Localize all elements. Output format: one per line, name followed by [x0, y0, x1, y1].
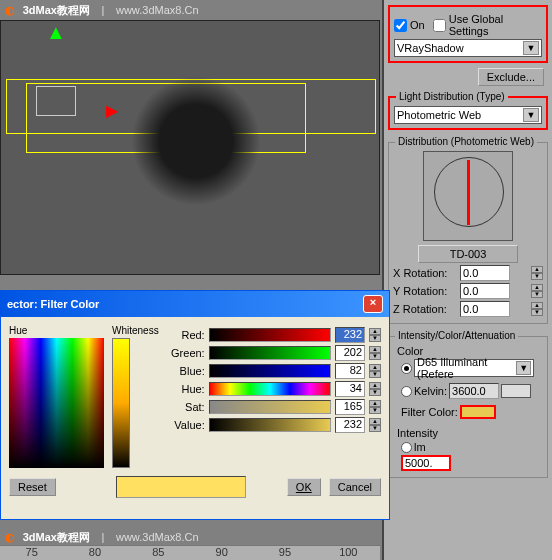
- dist-web-title: Distribution (Photometric Web): [395, 136, 537, 147]
- lm-spinner[interactable]: 5000.: [401, 455, 451, 471]
- lm-label: lm: [414, 441, 426, 453]
- hue-input[interactable]: 34: [335, 381, 365, 397]
- value-input[interactable]: 232: [335, 417, 365, 433]
- light-dist-title: Light Distribution (Type): [396, 91, 508, 102]
- chevron-down-icon: ▼: [523, 41, 539, 55]
- red-input[interactable]: 232: [335, 327, 365, 343]
- global-settings-checkbox[interactable]: Use Global Settings: [433, 13, 536, 37]
- light-distribution-group: Light Distribution (Type) Photometric We…: [388, 96, 548, 130]
- tick: 100: [317, 546, 380, 560]
- tick: 95: [253, 546, 316, 560]
- sat-slider[interactable]: [209, 400, 331, 414]
- whiteness-label: Whiteness: [112, 325, 159, 336]
- chevron-down-icon: ▼: [523, 108, 539, 122]
- exclude-button[interactable]: Exclude...: [478, 68, 544, 86]
- axis-arrow-red: ▶: [106, 101, 118, 120]
- brand-text: 3dMax教程网: [23, 531, 90, 543]
- tick: 80: [63, 546, 126, 560]
- spin-down-icon[interactable]: ▼: [531, 291, 543, 298]
- tick: 85: [127, 546, 190, 560]
- hue-label: Hue: [9, 325, 104, 336]
- web-file-button[interactable]: TD-003: [418, 245, 518, 263]
- y-rot-spinner[interactable]: 0.0: [460, 283, 510, 299]
- kelvin-label: Kelvin:: [414, 385, 447, 397]
- logo-icon: ◐: [5, 4, 15, 16]
- filter-color-swatch[interactable]: [460, 405, 496, 419]
- viewport-top[interactable]: ▲ ▶: [0, 20, 380, 275]
- value-label: Value:: [167, 419, 205, 431]
- light-dist-dropdown[interactable]: Photometric Web ▼: [394, 106, 542, 124]
- dialog-titlebar[interactable]: ector: Filter Color ×: [1, 291, 389, 317]
- light-dist-value: Photometric Web: [397, 109, 481, 121]
- chevron-down-icon: ▼: [516, 361, 531, 375]
- axis-arrow-green: ▲: [46, 21, 66, 44]
- command-panel: On Use Global Settings VRayShadow ▼ Excl…: [382, 0, 552, 560]
- spin-down-icon[interactable]: ▼: [369, 353, 381, 360]
- spin-down-icon[interactable]: ▼: [369, 335, 381, 342]
- intensity-sublabel: Intensity: [397, 427, 543, 439]
- lm-radio[interactable]: [401, 442, 412, 453]
- spin-up-icon[interactable]: ▲: [369, 382, 381, 389]
- wm-url: www.3dMax8.Cn: [116, 531, 199, 543]
- logo-icon: ◐: [5, 531, 15, 543]
- red-label: Red:: [167, 329, 205, 341]
- red-slider[interactable]: [209, 328, 331, 342]
- shadow-type-dropdown[interactable]: VRayShadow ▼: [394, 39, 542, 57]
- spin-up-icon[interactable]: ▲: [369, 346, 381, 353]
- kelvin-spinner[interactable]: 3600.0: [449, 383, 499, 399]
- color-preview-swatch: [116, 476, 246, 498]
- watermark-bottom: ◐ 3dMax教程网 | www.3dMax8.Cn: [5, 529, 199, 545]
- x-rot-value: 0.0: [463, 267, 478, 279]
- spin-up-icon[interactable]: ▲: [531, 302, 543, 309]
- spin-up-icon[interactable]: ▲: [531, 284, 543, 291]
- d65-value: D65 Illuminant (Refere: [417, 356, 516, 380]
- spin-up-icon[interactable]: ▲: [369, 418, 381, 425]
- z-rot-spinner[interactable]: 0.0: [460, 301, 510, 317]
- on-label: On: [410, 19, 425, 31]
- green-input[interactable]: 202: [335, 345, 365, 361]
- spin-up-icon[interactable]: ▲: [369, 328, 381, 335]
- blue-slider[interactable]: [209, 364, 331, 378]
- sat-input[interactable]: 165: [335, 399, 365, 415]
- d65-dropdown[interactable]: D65 Illuminant (Refere▼: [414, 359, 534, 377]
- web-arrow-icon: [467, 160, 470, 225]
- distribution-web-group: Distribution (Photometric Web) TD-003 X …: [388, 142, 548, 324]
- blue-input[interactable]: 82: [335, 363, 365, 379]
- wm-url: www.3dMax8.Cn: [116, 4, 199, 16]
- x-rot-spinner[interactable]: 0.0: [460, 265, 510, 281]
- rgb-sliders: Red:232▲▼ Green:202▲▼ Blue:82▲▼ Hue:34▲▼…: [167, 325, 381, 468]
- spin-up-icon[interactable]: ▲: [531, 266, 543, 273]
- spin-down-icon[interactable]: ▼: [369, 407, 381, 414]
- tree-object[interactable]: [131, 76, 261, 206]
- y-rot-value: 0.0: [463, 285, 478, 297]
- hue-sat-picker[interactable]: [9, 338, 104, 468]
- reset-button[interactable]: Reset: [9, 478, 56, 496]
- kelvin-value: 3600.0: [452, 385, 486, 397]
- spin-down-icon[interactable]: ▼: [531, 309, 543, 316]
- d65-radio[interactable]: [401, 363, 412, 374]
- y-rot-label: Y Rotation:: [393, 285, 458, 297]
- shadow-on-checkbox[interactable]: On: [394, 19, 425, 32]
- green-slider[interactable]: [209, 346, 331, 360]
- photometric-web-preview[interactable]: [423, 151, 513, 241]
- camera-icon[interactable]: [36, 86, 76, 116]
- spin-down-icon[interactable]: ▼: [369, 389, 381, 396]
- ok-button[interactable]: OK: [287, 478, 321, 496]
- close-button[interactable]: ×: [363, 295, 383, 313]
- shadow-group: On Use Global Settings VRayShadow ▼: [388, 5, 548, 63]
- z-rot-value: 0.0: [463, 303, 478, 315]
- spin-down-icon[interactable]: ▼: [531, 273, 543, 280]
- spin-down-icon[interactable]: ▼: [369, 371, 381, 378]
- kelvin-radio[interactable]: [401, 386, 412, 397]
- spin-down-icon[interactable]: ▼: [369, 425, 381, 432]
- spin-up-icon[interactable]: ▲: [369, 400, 381, 407]
- hue-slider[interactable]: [209, 382, 331, 396]
- spin-up-icon[interactable]: ▲: [369, 364, 381, 371]
- wm-sep: |: [102, 4, 105, 16]
- timeline-ruler[interactable]: 75 80 85 90 95 100: [0, 545, 380, 560]
- value-slider[interactable]: [209, 418, 331, 432]
- tick: 90: [190, 546, 253, 560]
- cancel-button[interactable]: Cancel: [329, 478, 381, 496]
- whiteness-slider[interactable]: [112, 338, 130, 468]
- color-selector-dialog: ector: Filter Color × Hue Whiteness Red:…: [0, 290, 390, 520]
